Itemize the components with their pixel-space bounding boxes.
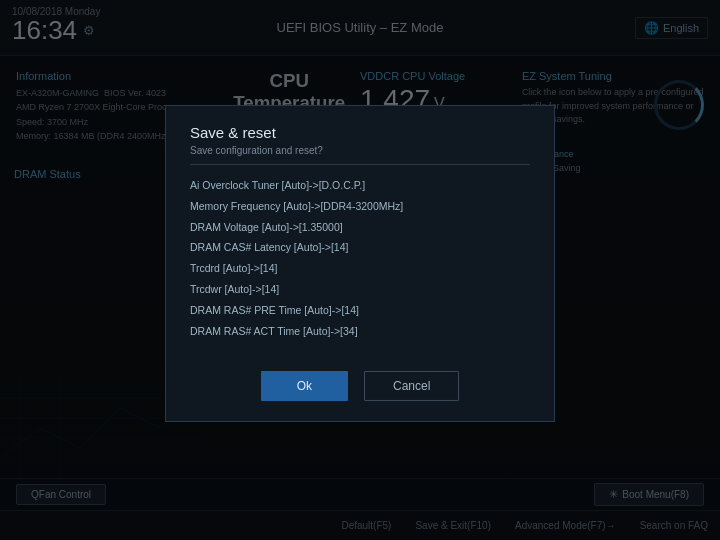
save-reset-dialog: Save & reset Save configuration and rese… <box>165 105 555 422</box>
change-item-6: Trcdwr [Auto]->[14] <box>190 279 530 300</box>
ok-button[interactable]: Ok <box>261 371 348 401</box>
change-item-1: Ai Overclock Tuner [Auto]->[D.O.C.P.] <box>190 175 530 196</box>
dialog-subtitle: Save configuration and reset? <box>190 145 530 156</box>
change-item-7: DRAM RAS# PRE Time [Auto]->[14] <box>190 300 530 321</box>
cancel-button[interactable]: Cancel <box>364 371 459 401</box>
change-item-8: DRAM RAS# ACT Time [Auto]->[34] <box>190 321 530 342</box>
changes-list: Ai Overclock Tuner [Auto]->[D.O.C.P.] Me… <box>190 175 530 341</box>
dialog-title: Save & reset <box>190 124 530 141</box>
dialog-divider <box>190 164 530 165</box>
change-item-5: Trcdrd [Auto]->[14] <box>190 258 530 279</box>
change-item-3: DRAM Voltage [Auto]->[1.35000] <box>190 217 530 238</box>
change-item-4: DRAM CAS# Latency [Auto]->[14] <box>190 237 530 258</box>
dialog-buttons: Ok Cancel <box>190 371 530 401</box>
change-item-2: Memory Frequency [Auto]->[DDR4-3200MHz] <box>190 196 530 217</box>
